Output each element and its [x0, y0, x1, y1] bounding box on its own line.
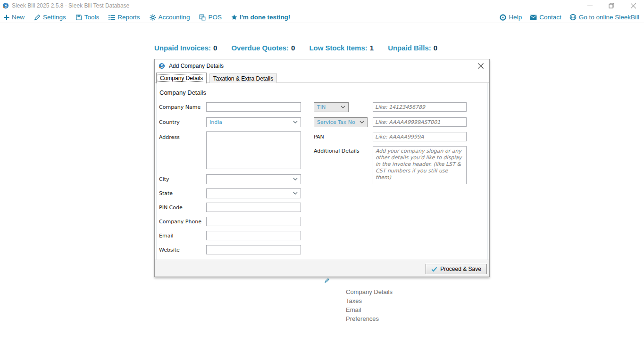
menu-accounting-label: Accounting	[159, 14, 190, 21]
address-textarea[interactable]	[206, 131, 301, 169]
menu-contact-label: Contact	[539, 14, 561, 21]
pencil-icon	[34, 14, 41, 21]
sleekbill-logo-icon	[2, 2, 9, 9]
stat-overdue-quotes[interactable]: Overdue Quotes: 0	[231, 44, 295, 52]
list-icon	[109, 15, 115, 20]
menu-settings[interactable]: Settings	[34, 14, 66, 21]
menu-bar: New Settings Tools Reports Accounting PO…	[0, 12, 644, 23]
pos-window-icon	[199, 14, 206, 21]
state-select[interactable]	[206, 188, 301, 198]
proceed-save-button[interactable]: Proceed & Save	[426, 264, 487, 274]
city-select[interactable]	[206, 174, 301, 184]
email-input[interactable]	[206, 231, 301, 240]
address-label: Address	[159, 134, 180, 140]
window-title: Sleek Bill 2025 2.5.8 - Sleek Bill Test …	[12, 2, 129, 9]
setup-link-email[interactable]: Email	[346, 305, 393, 314]
stat-value: 0	[291, 44, 295, 52]
restore-icon	[609, 3, 614, 8]
stat-label: Unpaid Invoices:	[154, 44, 211, 52]
sleekbill-logo-icon	[159, 63, 165, 69]
setup-link-company-details[interactable]: Company Details	[346, 287, 393, 296]
background-pencil-icon	[324, 278, 330, 283]
menu-go-online[interactable]: Go to online SleekBill	[569, 14, 639, 21]
state-label: State	[159, 190, 173, 196]
plus-icon	[4, 15, 9, 20]
country-value: India	[209, 119, 222, 125]
window-titlebar: Sleek Bill 2025 2.5.8 - Sleek Bill Test …	[0, 0, 644, 11]
stat-unpaid-invoices[interactable]: Unpaid Invoices: 0	[154, 44, 217, 52]
menu-help-label: Help	[509, 14, 522, 21]
tab-taxation-extra-details[interactable]: Taxation & Extra Details	[209, 74, 277, 83]
checkmark-icon	[431, 267, 437, 272]
menu-tools-label: Tools	[84, 14, 100, 21]
minimize-icon	[587, 3, 593, 8]
dialog-footer: Proceed & Save	[155, 260, 489, 277]
city-label: City	[159, 176, 169, 182]
close-window-icon	[631, 3, 636, 8]
email-label: Email	[159, 233, 174, 239]
close-icon	[478, 63, 484, 69]
dashboard-stats: Unpaid Invoices: 0 Overdue Quotes: 0 Low…	[154, 44, 437, 52]
company-phone-input[interactable]	[206, 217, 301, 226]
menu-pos[interactable]: POS	[199, 14, 222, 21]
add-company-details-dialog: Add Company Details Company Details Taxa…	[154, 59, 490, 277]
menu-new[interactable]: New	[4, 14, 25, 21]
minimize-button[interactable]	[579, 0, 601, 11]
chevron-down-icon	[293, 178, 298, 181]
stat-unpaid-bills[interactable]: Unpaid Bills: 0	[388, 44, 437, 52]
restore-button[interactable]	[601, 0, 622, 11]
stat-value: 0	[434, 44, 437, 52]
menu-new-label: New	[12, 14, 25, 21]
menu-tools[interactable]: Tools	[75, 14, 100, 21]
additional-details-textarea[interactable]	[373, 146, 467, 184]
stat-label: Unpaid Bills:	[388, 44, 431, 52]
section-title: Company Details	[159, 89, 206, 96]
company-name-label: Company Name	[159, 104, 201, 110]
tin-input[interactable]	[373, 102, 467, 112]
help-icon	[500, 14, 506, 21]
website-label: Website	[159, 247, 180, 253]
company-phone-label: Company Phone	[159, 219, 201, 225]
tab-company-details[interactable]: Company Details	[156, 73, 207, 83]
country-label: Country	[159, 119, 180, 125]
menu-done-testing[interactable]: I'm done testing!	[231, 14, 290, 21]
chevron-down-icon	[293, 192, 298, 195]
pin-code-label: PIN Code	[159, 204, 183, 211]
tin-type-select[interactable]: TIN	[314, 102, 349, 112]
stat-low-stock-items[interactable]: Low Stock Items: 1	[309, 44, 374, 52]
menu-help[interactable]: Help	[500, 14, 522, 21]
menu-accounting[interactable]: Accounting	[150, 14, 190, 21]
close-window-button[interactable]	[622, 0, 644, 11]
pan-label: PAN	[314, 134, 324, 140]
menu-contact[interactable]: Contact	[530, 14, 561, 21]
dialog-titlebar: Add Company Details	[155, 59, 489, 73]
dialog-tabs: Company Details Taxation & Extra Details	[155, 73, 489, 83]
pan-input[interactable]	[373, 132, 467, 141]
save-disk-icon	[75, 14, 82, 21]
stat-label: Low Stock Items:	[309, 44, 367, 52]
tin-type-value: TIN	[317, 104, 326, 110]
menu-settings-label: Settings	[43, 14, 66, 21]
setup-link-taxes[interactable]: Taxes	[346, 296, 393, 305]
service-tax-input[interactable]	[373, 117, 467, 127]
setup-link-preferences[interactable]: Preferences	[346, 314, 393, 323]
setup-links-list: Company Details Taxes Email Preferences	[346, 287, 393, 323]
proceed-save-label: Proceed & Save	[440, 266, 481, 272]
star-icon	[231, 14, 237, 20]
additional-details-label: Additional Details	[314, 148, 360, 154]
country-select[interactable]: India	[206, 117, 301, 127]
service-tax-type-select[interactable]: Service Tax No	[314, 117, 368, 127]
menu-go-online-label: Go to online SleekBill	[579, 14, 639, 21]
menu-reports[interactable]: Reports	[109, 14, 140, 21]
service-tax-type-value: Service Tax No	[317, 119, 355, 125]
pin-code-input[interactable]	[206, 203, 301, 212]
stat-value: 1	[370, 44, 374, 52]
envelope-icon	[530, 15, 537, 20]
dialog-close-button[interactable]	[476, 61, 485, 71]
website-input[interactable]	[206, 245, 301, 254]
stat-value: 0	[213, 44, 217, 52]
menu-pos-label: POS	[208, 14, 222, 21]
company-name-input[interactable]	[206, 102, 301, 112]
chevron-down-icon	[293, 121, 298, 124]
stat-label: Overdue Quotes:	[231, 44, 289, 52]
